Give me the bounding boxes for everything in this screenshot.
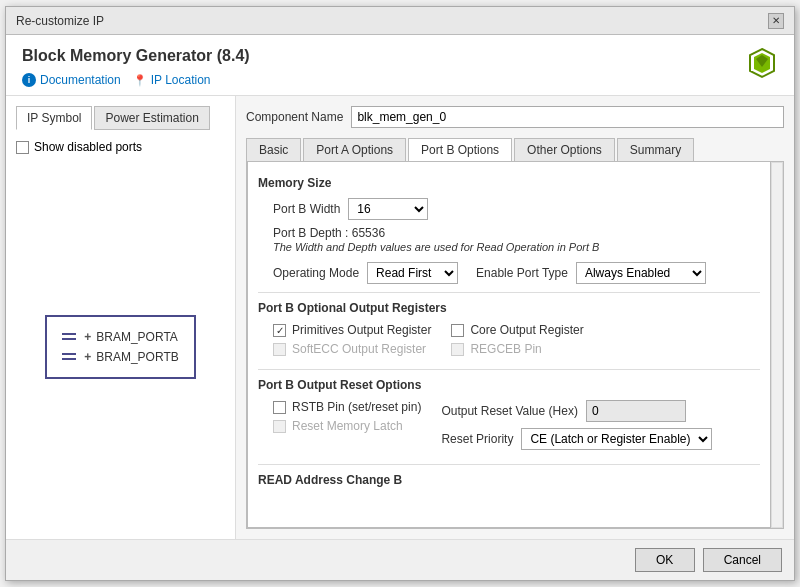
dialog-title: Re-customize IP: [16, 14, 104, 28]
memory-size-title: Memory Size: [258, 176, 760, 190]
show-disabled-ports: Show disabled ports: [16, 140, 225, 154]
core-output-register-label: Core Output Register: [470, 323, 583, 337]
divider-2: [258, 369, 760, 370]
primitives-output-register-checkbox[interactable]: ✓: [273, 324, 286, 337]
reset-memory-latch-label: Reset Memory Latch: [292, 419, 403, 433]
reset-col-right: Output Reset Value (Hex) Reset Priority …: [441, 400, 712, 456]
show-disabled-label: Show disabled ports: [34, 140, 142, 154]
scrollbar[interactable]: [771, 162, 783, 528]
bram-porta-port: + BRAM_PORTA: [62, 327, 178, 347]
reset-memory-latch-row: Reset Memory Latch: [273, 419, 421, 433]
operating-mode-row: Operating Mode Read First Write First No…: [258, 262, 760, 284]
primitives-output-register-label: Primitives Output Register: [292, 323, 431, 337]
registers-col-left: ✓ Primitives Output Register SoftECC Out…: [273, 323, 431, 361]
read-address-change-title: READ Address Change B: [258, 473, 760, 487]
porta-plus: +: [84, 330, 91, 344]
documentation-label: Documentation: [40, 73, 121, 87]
output-reset-title: Port B Output Reset Options: [258, 378, 760, 392]
operating-mode-select[interactable]: Read First Write First No Change: [367, 262, 458, 284]
vivado-logo: [746, 47, 778, 79]
tab-power-estimation[interactable]: Power Estimation: [94, 106, 209, 130]
bram-symbol: + BRAM_PORTA + BRAM_PORTB: [45, 315, 195, 379]
regceb-pin-checkbox: [451, 343, 464, 356]
width-depth-note: The Width and Depth values are used for …: [273, 241, 599, 253]
optional-registers-title: Port B Optional Output Registers: [258, 301, 760, 315]
portb-plus: +: [84, 350, 91, 364]
primitives-output-register-row: ✓ Primitives Output Register: [273, 323, 431, 337]
porta-lines: [62, 333, 76, 340]
soft-ecc-row: SoftECC Output Register: [273, 342, 431, 356]
reset-memory-latch-checkbox: [273, 420, 286, 433]
right-panel: Component Name Basic Port A Options Port…: [236, 96, 794, 539]
ip-location-link[interactable]: 📍 IP Location: [133, 73, 211, 87]
registers-col-right: Core Output Register REGCEB Pin: [451, 323, 583, 361]
soft-ecc-checkbox: [273, 343, 286, 356]
tab-summary[interactable]: Summary: [617, 138, 694, 161]
tab-content: Memory Size Port B Width 16 8 32 64 Port…: [247, 162, 771, 528]
logo-area: [746, 47, 778, 82]
port-b-depth-label: Port B Depth : 65536: [273, 226, 385, 240]
port-b-depth-value: 65536: [352, 226, 385, 240]
core-output-register-row: Core Output Register: [451, 323, 583, 337]
divider-3: [258, 464, 760, 465]
tab-basic[interactable]: Basic: [246, 138, 301, 161]
output-reset-value-label: Output Reset Value (Hex): [441, 404, 578, 418]
title-bar: Re-customize IP ✕: [6, 7, 794, 35]
port-b-width-row: Port B Width 16 8 32 64: [258, 198, 760, 220]
portb-lines: [62, 353, 76, 360]
tab-porta-options[interactable]: Port A Options: [303, 138, 406, 161]
bram-portb-label: BRAM_PORTB: [96, 350, 178, 364]
operating-mode-label: Operating Mode: [273, 266, 359, 280]
regceb-pin-label: REGCEB Pin: [470, 342, 541, 356]
tab-ip-symbol[interactable]: IP Symbol: [16, 106, 92, 130]
ip-location-label: IP Location: [151, 73, 211, 87]
rstb-pin-label: RSTB Pin (set/reset pin): [292, 400, 421, 414]
enable-port-type-select[interactable]: Always Enabled Use ENA Pin: [576, 262, 706, 284]
bram-portb-port: + BRAM_PORTB: [62, 347, 178, 367]
tab-content-wrapper: Memory Size Port B Width 16 8 32 64 Port…: [246, 162, 784, 529]
main-dialog: Re-customize IP ✕ Block Memory Generator…: [5, 6, 795, 581]
checkmark: ✓: [276, 325, 284, 336]
location-icon: 📍: [133, 74, 147, 87]
show-disabled-checkbox[interactable]: [16, 141, 29, 154]
ok-button[interactable]: OK: [635, 548, 695, 572]
footer: OK Cancel: [6, 539, 794, 580]
regceb-pin-row: REGCEB Pin: [451, 342, 583, 356]
note-row: The Width and Depth values are used for …: [258, 240, 760, 254]
bram-porta-label: BRAM_PORTA: [96, 330, 178, 344]
info-links: i Documentation 📍 IP Location: [22, 73, 250, 87]
reset-col-left: RSTB Pin (set/reset pin) Reset Memory La…: [273, 400, 421, 456]
reset-options: RSTB Pin (set/reset pin) Reset Memory La…: [258, 400, 760, 456]
symbol-area: + BRAM_PORTA + BRAM_PORTB: [16, 164, 225, 529]
left-tabs: IP Symbol Power Estimation: [16, 106, 225, 130]
reset-priority-row: Reset Priority CE (Latch or Register Ena…: [441, 428, 712, 450]
close-button[interactable]: ✕: [768, 13, 784, 29]
documentation-link[interactable]: i Documentation: [22, 73, 121, 87]
reset-priority-select[interactable]: CE (Latch or Register Enable) SR (Set/Re…: [521, 428, 712, 450]
header-section: Block Memory Generator (8.4) i Documenta…: [6, 35, 794, 96]
main-content: IP Symbol Power Estimation Show disabled…: [6, 96, 794, 539]
output-reset-value-row: Output Reset Value (Hex): [441, 400, 712, 422]
reset-priority-label: Reset Priority: [441, 432, 513, 446]
component-name-row: Component Name: [246, 106, 784, 128]
tab-portb-options[interactable]: Port B Options: [408, 138, 512, 161]
registers-options: ✓ Primitives Output Register SoftECC Out…: [258, 323, 760, 361]
soft-ecc-label: SoftECC Output Register: [292, 342, 426, 356]
left-panel: IP Symbol Power Estimation Show disabled…: [6, 96, 236, 539]
enable-port-type-label: Enable Port Type: [476, 266, 568, 280]
info-icon: i: [22, 73, 36, 87]
port-b-width-label: Port B Width: [273, 202, 340, 216]
output-reset-value-input[interactable]: [586, 400, 686, 422]
component-name-input[interactable]: [351, 106, 784, 128]
rstb-pin-row: RSTB Pin (set/reset pin): [273, 400, 421, 414]
cancel-button[interactable]: Cancel: [703, 548, 782, 572]
rstb-pin-checkbox[interactable]: [273, 401, 286, 414]
port-b-width-select[interactable]: 16 8 32 64: [348, 198, 428, 220]
core-output-register-checkbox[interactable]: [451, 324, 464, 337]
content-tabs: Basic Port A Options Port B Options Othe…: [246, 138, 784, 162]
divider-1: [258, 292, 760, 293]
port-b-depth-row: Port B Depth : 65536: [258, 226, 760, 240]
component-name-label: Component Name: [246, 110, 343, 124]
tab-other-options[interactable]: Other Options: [514, 138, 615, 161]
app-title: Block Memory Generator (8.4): [22, 47, 250, 65]
